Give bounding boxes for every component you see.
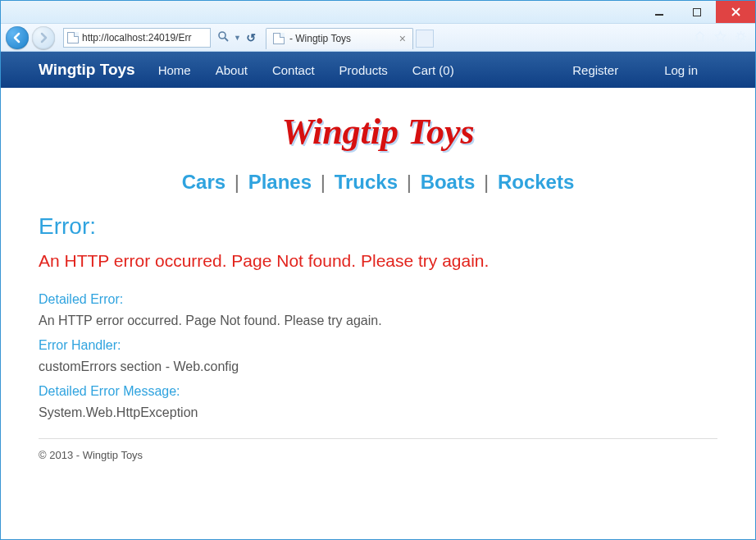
home-icon[interactable] — [694, 30, 706, 45]
category-link[interactable]: Trucks — [335, 171, 398, 193]
svg-line-13 — [744, 33, 745, 34]
arrow-left-icon — [11, 32, 23, 43]
category-link[interactable]: Rockets — [498, 171, 574, 193]
separator: | — [403, 171, 415, 193]
nav-register[interactable]: Register — [572, 63, 618, 77]
footer-divider — [39, 438, 717, 439]
browser-toolbar: ▼ ↻ - Wingtip Toys × — [1, 24, 755, 52]
nav-contact[interactable]: Contact — [272, 63, 315, 77]
category-nav: Cars | Planes | Trucks | Boats | Rockets — [39, 171, 717, 194]
svg-point-4 — [219, 32, 225, 39]
minimize-button[interactable] — [640, 1, 678, 23]
tab-close-icon[interactable]: × — [399, 33, 406, 44]
svg-rect-1 — [693, 8, 701, 16]
forward-button[interactable] — [32, 26, 55, 49]
nav-about[interactable]: About — [216, 63, 248, 77]
maximize-button[interactable] — [678, 1, 716, 23]
copyright: © 2013 - Wingtip Toys — [39, 449, 717, 461]
nav-home[interactable]: Home — [158, 63, 191, 77]
tab-strip: - Wingtip Toys × — [266, 26, 434, 49]
search-dropdown-icon[interactable]: ▼ — [234, 34, 241, 42]
page-icon — [67, 32, 79, 43]
nav-products[interactable]: Products — [339, 63, 388, 77]
separator: | — [317, 171, 329, 193]
maximize-icon — [693, 8, 701, 16]
svg-line-11 — [737, 33, 738, 34]
browser-window: ▼ ↻ - Wingtip Toys × Wingtip Toys — [0, 0, 756, 540]
search-controls: ▼ ↻ — [217, 30, 256, 44]
minimize-icon — [655, 8, 663, 16]
svg-line-12 — [744, 39, 745, 39]
close-button[interactable] — [716, 1, 755, 23]
favorites-icon[interactable] — [714, 30, 726, 45]
tools-icon[interactable] — [735, 30, 747, 45]
category-link[interactable]: Planes — [248, 171, 312, 193]
nav-right: Register Log in — [572, 63, 755, 77]
error-heading: Error: — [39, 213, 717, 240]
error-handler-value: customErrors section - Web.config — [39, 359, 717, 374]
error-message: An HTTP error occurred. Page Not found. … — [39, 251, 717, 271]
back-button[interactable] — [6, 26, 29, 49]
site-brand[interactable]: Wingtip Toys — [39, 61, 135, 79]
nav-cart[interactable]: Cart (0) — [412, 63, 454, 77]
svg-line-5 — [225, 38, 228, 41]
window-titlebar — [1, 1, 755, 24]
detailed-message-value: System.Web.HttpException — [39, 405, 717, 420]
detailed-error-label: Detailed Error: — [39, 292, 717, 307]
refresh-button[interactable]: ↻ — [246, 31, 256, 44]
detailed-message-label: Detailed Error Message: — [39, 384, 717, 399]
hero-title: Wingtip Toys — [39, 111, 717, 153]
svg-rect-0 — [655, 14, 663, 16]
site-navbar: Wingtip Toys Home About Contact Products… — [1, 52, 755, 88]
error-handler-label: Error Handler: — [39, 338, 717, 353]
url-input[interactable] — [82, 32, 207, 43]
close-icon — [731, 7, 740, 16]
svg-line-14 — [737, 39, 738, 39]
arrow-right-icon — [38, 32, 49, 43]
category-link[interactable]: Boats — [421, 171, 476, 193]
command-bar — [694, 30, 750, 45]
svg-point-6 — [738, 34, 743, 39]
titlebar-spacer — [1, 1, 640, 23]
detailed-error-value: An HTTP error occurred. Page Not found. … — [39, 313, 717, 328]
separator: | — [231, 171, 243, 193]
page-icon — [273, 33, 285, 44]
category-link[interactable]: Cars — [182, 171, 225, 193]
nav-login[interactable]: Log in — [664, 63, 698, 77]
search-icon[interactable] — [217, 30, 229, 44]
address-bar[interactable] — [63, 28, 211, 48]
page-viewport[interactable]: Wingtip Toys Home About Contact Products… — [1, 52, 755, 539]
tab-title: - Wingtip Toys — [289, 33, 351, 44]
separator: | — [480, 171, 492, 193]
new-tab-button[interactable] — [416, 30, 434, 48]
page-body: Wingtip Toys Cars | Planes | Trucks | Bo… — [1, 88, 755, 486]
browser-tab[interactable]: - Wingtip Toys × — [266, 28, 413, 49]
